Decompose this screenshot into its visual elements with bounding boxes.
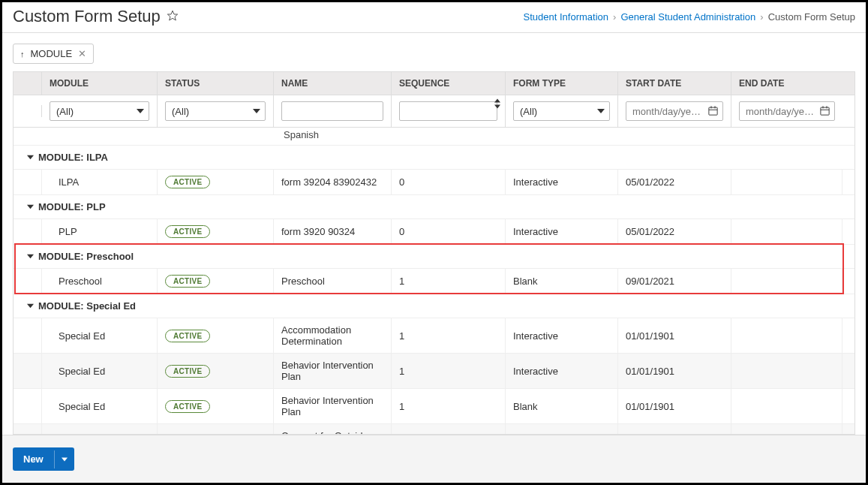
column-header-end-date[interactable]: END DATE [731, 72, 842, 95]
column-header-status[interactable]: STATUS [158, 72, 274, 95]
new-button[interactable]: New [13, 447, 74, 471]
cell-status: ACTIVE [158, 170, 274, 194]
favorite-star-icon[interactable] [167, 10, 179, 24]
cell-end-date [731, 170, 842, 194]
cell-status: ACTIVE [158, 318, 274, 353]
cell-status: ACTIVE [158, 269, 274, 294]
status-badge: ACTIVE [165, 330, 210, 342]
column-header-module[interactable]: MODULE [42, 72, 158, 95]
column-header-sequence[interactable]: SEQUENCE [392, 72, 506, 95]
cell-end-date [731, 219, 842, 244]
grid-body[interactable]: Spanish MODULE: ILPAILPAACTIVEform 39204… [14, 128, 854, 434]
svg-marker-5 [597, 109, 605, 113]
cell-form-type: Interactive [506, 318, 618, 353]
cell-module: Special Ed [42, 424, 158, 434]
cell-start-date: 05/01/2022 [618, 219, 731, 244]
status-badge: ACTIVE [165, 400, 210, 413]
group-label: MODULE: ILPA [38, 152, 108, 163]
cell-sequence: 0 [392, 219, 506, 244]
cell-form-type: Blank [506, 389, 618, 423]
table-row[interactable]: PLPACTIVEform 3920 903240Interactive05/0… [14, 219, 854, 245]
column-header-start-date[interactable]: START DATE [618, 72, 731, 95]
filter-name-input[interactable] [281, 101, 383, 121]
svg-rect-10 [821, 107, 829, 115]
svg-marker-0 [167, 11, 177, 20]
breadcrumb-link-student-info[interactable]: Student Information [524, 11, 608, 23]
cell-start-date: 01/01/1901 [618, 318, 731, 353]
table-row[interactable]: ILPAACTIVEform 39204 839024320Interactiv… [14, 170, 854, 195]
status-badge: ACTIVE [165, 225, 210, 238]
cell-name: Accommodation Determination [274, 318, 392, 353]
grid-header-row: MODULE STATUS NAME SEQUENCE FORM TYPE ST… [14, 72, 854, 95]
cell-module: Special Ed [42, 318, 158, 353]
cell-sequence: 1 [392, 354, 506, 388]
cell-status: ACTIVE [158, 354, 274, 388]
expand-triangle-icon [27, 201, 34, 212]
calendar-icon[interactable] [819, 105, 830, 119]
table-row[interactable]: Special EdACTIVEBehavior Intervention Pl… [14, 354, 854, 389]
cell-start-date: 05/01/2022 [618, 170, 731, 194]
expand-triangle-icon [27, 251, 34, 262]
svg-rect-6 [709, 107, 717, 115]
group-row[interactable]: MODULE: ILPA [14, 146, 854, 170]
cell-form-type: Blank [506, 269, 618, 294]
grouping-chip-module[interactable]: ↑ MODULE ✕ [13, 44, 94, 64]
table-row[interactable]: Special EdACTIVEBehavior Intervention Pl… [14, 389, 854, 424]
cell-name: Preschool [274, 269, 392, 294]
expand-triangle-icon [27, 152, 34, 163]
cell-sequence: 1 [392, 269, 506, 294]
calendar-icon[interactable] [707, 105, 719, 119]
chevron-right-icon: › [760, 11, 763, 23]
cell-start-date: 01/01/1901 [618, 424, 731, 434]
new-button-dropdown[interactable] [54, 450, 74, 468]
breadcrumb: Student Information › General Student Ad… [524, 11, 855, 23]
svg-marker-18 [62, 457, 68, 461]
cell-name: form 39204 83902432 [274, 170, 392, 194]
svg-marker-16 [27, 255, 34, 258]
group-row[interactable]: MODULE: Preschool [14, 245, 854, 269]
group-row[interactable]: MODULE: PLP [14, 195, 854, 219]
svg-marker-14 [27, 155, 34, 159]
cell-sequence: 1 [392, 389, 506, 423]
column-expand [14, 72, 42, 95]
filter-form-type-select[interactable]: (All) [513, 101, 610, 121]
status-badge: ACTIVE [165, 176, 210, 188]
peek-row: Spanish [14, 128, 854, 146]
number-stepper-icon[interactable] [494, 98, 500, 110]
table-row[interactable]: PreschoolACTIVEPreschool1Blank09/01/2021 [14, 269, 854, 294]
group-label: MODULE: PLP [38, 201, 106, 212]
cell-name: form 3920 90324 [274, 219, 392, 244]
table-row[interactable]: Special EdACTIVEAccommodation Determinat… [14, 318, 854, 354]
svg-marker-15 [27, 205, 34, 209]
breadcrumb-link-general-admin[interactable]: General Student Administration [620, 11, 755, 23]
caret-down-icon [137, 106, 144, 119]
cell-end-date [731, 318, 842, 353]
filter-status-select[interactable]: (All) [165, 101, 266, 121]
cell-module: Special Ed [42, 354, 158, 388]
close-icon[interactable]: ✕ [78, 48, 86, 59]
caret-down-icon [597, 106, 605, 119]
table-row[interactable]: Special EdACTIVEConsent for Outside Agen… [14, 424, 854, 434]
group-row[interactable]: MODULE: Special Ed [14, 294, 854, 318]
filter-sequence-input[interactable] [399, 101, 497, 121]
expand-triangle-icon [27, 300, 34, 312]
cell-status: ACTIVE [158, 424, 274, 434]
cell-end-date [731, 354, 842, 388]
cell-start-date: 01/01/1901 [618, 389, 731, 423]
breadcrumb-current: Custom Form Setup [768, 11, 855, 23]
svg-marker-3 [494, 99, 500, 103]
cell-start-date: 01/01/1901 [618, 354, 731, 388]
svg-marker-17 [27, 304, 34, 308]
column-header-name[interactable]: NAME [274, 72, 392, 95]
svg-marker-4 [494, 105, 500, 109]
filter-module-select[interactable]: (All) [50, 101, 149, 121]
cell-form-type: Interactive [506, 219, 618, 244]
cell-form-type: Interactive [506, 354, 618, 388]
cell-sequence: 1 [392, 424, 506, 434]
status-badge: ACTIVE [165, 275, 210, 288]
column-header-form-type[interactable]: FORM TYPE [506, 72, 618, 95]
chevron-right-icon: › [613, 11, 616, 23]
footer-bar: New [2, 435, 866, 483]
cell-status: ACTIVE [158, 389, 274, 423]
svg-marker-2 [253, 109, 260, 113]
